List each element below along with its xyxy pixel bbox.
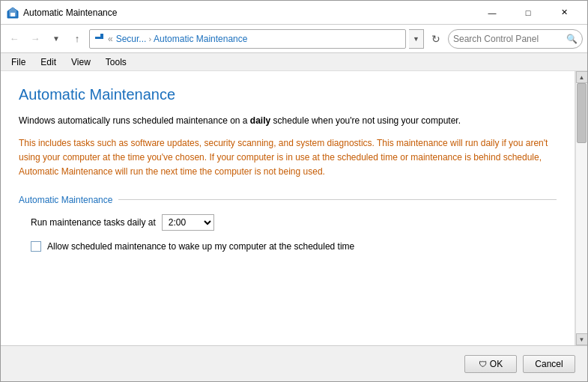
description-1: Windows automatically runs scheduled mai… xyxy=(19,114,557,127)
main-panel: Automatic Maintenance Windows automatica… xyxy=(1,71,575,345)
wake-checkbox[interactable] xyxy=(31,241,41,252)
minimize-button[interactable]: — xyxy=(475,1,509,24)
shield-icon: 🛡 xyxy=(479,360,487,369)
menu-tools[interactable]: Tools xyxy=(98,55,134,69)
desc1-before: Windows automatically runs scheduled mai… xyxy=(19,115,250,126)
svg-marker-4 xyxy=(95,34,100,37)
desc1-bold: daily xyxy=(250,115,270,126)
scrollbar: ▲ ▼ xyxy=(575,71,587,345)
checkbox-label: Allow scheduled maintenance to wake up m… xyxy=(47,241,354,252)
page-title: Automatic Maintenance xyxy=(19,86,557,103)
scroll-thumb[interactable] xyxy=(577,83,587,143)
menu-edit[interactable]: Edit xyxy=(33,55,64,69)
dropdown-arrow-button[interactable]: ▼ xyxy=(47,30,65,48)
scroll-track[interactable] xyxy=(576,83,587,333)
address-dropdown-button[interactable]: ▼ xyxy=(409,29,424,49)
time-setting-row: Run maintenance tasks daily at 1:00 2:00… xyxy=(31,214,557,231)
cancel-button[interactable]: Cancel xyxy=(523,355,575,373)
close-button[interactable]: ✕ xyxy=(547,1,581,24)
maximize-button[interactable]: □ xyxy=(511,1,545,24)
forward-button[interactable]: → xyxy=(26,30,44,48)
cancel-label: Cancel xyxy=(535,359,563,369)
address-path[interactable]: « Secur... › Automatic Maintenance xyxy=(89,29,406,49)
search-box: 🔍 xyxy=(448,29,583,49)
section-header: Automatic Maintenance xyxy=(19,195,557,205)
menu-file[interactable]: File xyxy=(4,55,33,69)
menu-bar: File Edit View Tools xyxy=(1,53,587,71)
desc1-after: schedule when you're not using your comp… xyxy=(270,115,461,126)
search-icon: 🔍 xyxy=(566,34,578,44)
back-button[interactable]: ← xyxy=(5,30,23,48)
ok-button[interactable]: 🛡 OK xyxy=(464,355,517,373)
window-controls: — □ ✕ xyxy=(475,1,581,24)
breadcrumb-part2[interactable]: Automatic Maintenance xyxy=(154,34,247,44)
svg-rect-2 xyxy=(10,13,15,16)
section-label: Automatic Maintenance xyxy=(19,195,112,205)
breadcrumb-prefix: « xyxy=(108,34,113,44)
menu-view[interactable]: View xyxy=(64,55,98,69)
flag-icon xyxy=(94,33,105,44)
time-select[interactable]: 1:00 2:00 3:00 4:00 5:00 xyxy=(162,214,214,231)
section-divider xyxy=(118,199,557,200)
window-title: Automatic Maintenance xyxy=(23,7,475,18)
ok-label: OK xyxy=(490,359,503,369)
breadcrumb-sep1: › xyxy=(148,34,151,43)
scroll-down-button[interactable]: ▼ xyxy=(576,333,588,345)
scroll-up-button[interactable]: ▲ xyxy=(576,71,588,83)
address-bar: ← → ▼ ↑ « Secur... › Automatic Maintenan… xyxy=(1,25,587,53)
up-button[interactable]: ↑ xyxy=(68,30,86,48)
footer: 🛡 OK Cancel xyxy=(1,345,587,381)
content-area: Automatic Maintenance Windows automatica… xyxy=(1,71,587,345)
window-icon xyxy=(7,7,19,19)
time-setting-label: Run maintenance tasks daily at xyxy=(31,217,156,228)
checkbox-row: Allow scheduled maintenance to wake up m… xyxy=(31,241,557,252)
search-input[interactable] xyxy=(453,34,566,44)
window: Automatic Maintenance — □ ✕ ← → ▼ ↑ « Se… xyxy=(0,0,588,382)
refresh-button[interactable]: ↻ xyxy=(427,30,445,48)
breadcrumb-part1[interactable]: Secur... xyxy=(116,34,147,44)
description-2: This includes tasks such as software upd… xyxy=(19,136,557,180)
title-bar: Automatic Maintenance — □ ✕ xyxy=(1,1,587,25)
